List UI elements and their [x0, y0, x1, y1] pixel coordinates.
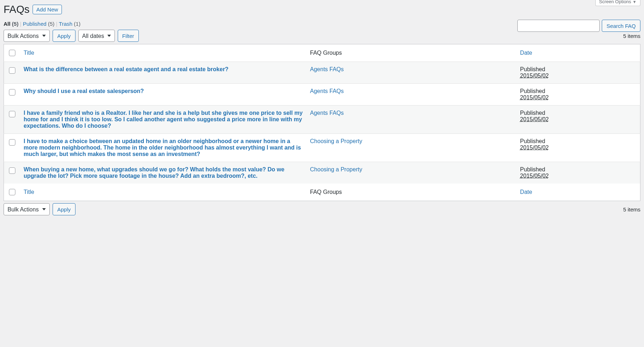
row-date: 2015/05/02	[520, 145, 549, 151]
table-row: What is the difference between a real es…	[4, 62, 640, 84]
col-header-title[interactable]: Title	[20, 44, 307, 62]
row-checkbox[interactable]	[9, 89, 15, 96]
chevron-down-icon: ▼	[633, 0, 636, 4]
table-row: I have a family friend who is a Realtor.…	[4, 106, 640, 134]
row-date: 2015/05/02	[520, 116, 549, 122]
filter-all[interactable]: All (5)	[4, 21, 20, 27]
row-checkbox[interactable]	[9, 111, 15, 117]
row-date: 2015/05/02	[520, 73, 549, 79]
search-box: Search FAQ	[517, 20, 640, 32]
add-new-button[interactable]: Add New	[33, 5, 62, 14]
row-checkbox[interactable]	[9, 167, 15, 174]
table-row: I have to make a choice between an updat…	[4, 134, 640, 162]
row-checkbox[interactable]	[9, 67, 15, 74]
bulk-actions-select[interactable]: Bulk Actions	[4, 30, 50, 42]
col-header-faq-groups: FAQ Groups	[307, 44, 517, 62]
row-status: Published	[520, 138, 636, 145]
row-date: 2015/05/02	[520, 173, 549, 179]
items-count-top: 5 items	[623, 33, 640, 39]
row-group-link[interactable]: Choosing a Property	[310, 138, 362, 144]
page-title: FAQs	[4, 4, 30, 15]
search-input[interactable]	[517, 20, 600, 32]
filter-trash[interactable]: Trash (1)	[59, 21, 80, 27]
row-title-link[interactable]: When buying a new home, what upgrades sh…	[24, 166, 284, 179]
bulk-actions-select-bottom[interactable]: Bulk Actions	[4, 203, 50, 215]
items-count-bottom: 5 items	[623, 206, 640, 212]
col-header-date[interactable]: Date	[517, 44, 640, 62]
table-row: Why should I use a real estate salespers…	[4, 84, 640, 106]
filter-button[interactable]: Filter	[118, 30, 139, 42]
tablenav-bottom: Bulk Actions Apply 5 items	[4, 203, 640, 215]
row-date: 2015/05/02	[520, 94, 549, 101]
row-group-link[interactable]: Agents FAQs	[310, 66, 344, 72]
row-checkbox[interactable]	[9, 139, 15, 146]
select-all-top[interactable]	[9, 50, 15, 56]
col-footer-faq-groups: FAQ Groups	[307, 184, 517, 201]
row-group-link[interactable]: Agents FAQs	[310, 88, 344, 94]
faq-list-table: Title FAQ Groups Date What is the differ…	[4, 44, 640, 201]
row-status: Published	[520, 110, 636, 116]
bulk-actions-apply-button-bottom[interactable]: Apply	[53, 203, 75, 215]
row-group-link[interactable]: Choosing a Property	[310, 166, 362, 172]
row-title-link[interactable]: I have to make a choice between an updat…	[24, 138, 301, 157]
row-status: Published	[520, 166, 636, 173]
col-footer-date[interactable]: Date	[517, 184, 640, 201]
row-title-link[interactable]: I have a family friend who is a Realtor.…	[24, 110, 303, 129]
row-title-link[interactable]: What is the difference between a real es…	[24, 66, 229, 72]
filter-published[interactable]: Published (5)	[23, 21, 56, 27]
table-row: When buying a new home, what upgrades sh…	[4, 162, 640, 184]
col-footer-title[interactable]: Title	[20, 184, 307, 201]
search-button[interactable]: Search FAQ	[602, 20, 640, 32]
row-status: Published	[520, 88, 636, 94]
date-filter-select[interactable]: All dates	[78, 30, 115, 42]
bulk-actions-apply-button[interactable]: Apply	[53, 30, 75, 42]
select-all-bottom[interactable]	[9, 189, 15, 195]
row-group-link[interactable]: Agents FAQs	[310, 110, 344, 116]
row-status: Published	[520, 66, 636, 73]
row-title-link[interactable]: Why should I use a real estate salespers…	[24, 88, 144, 94]
